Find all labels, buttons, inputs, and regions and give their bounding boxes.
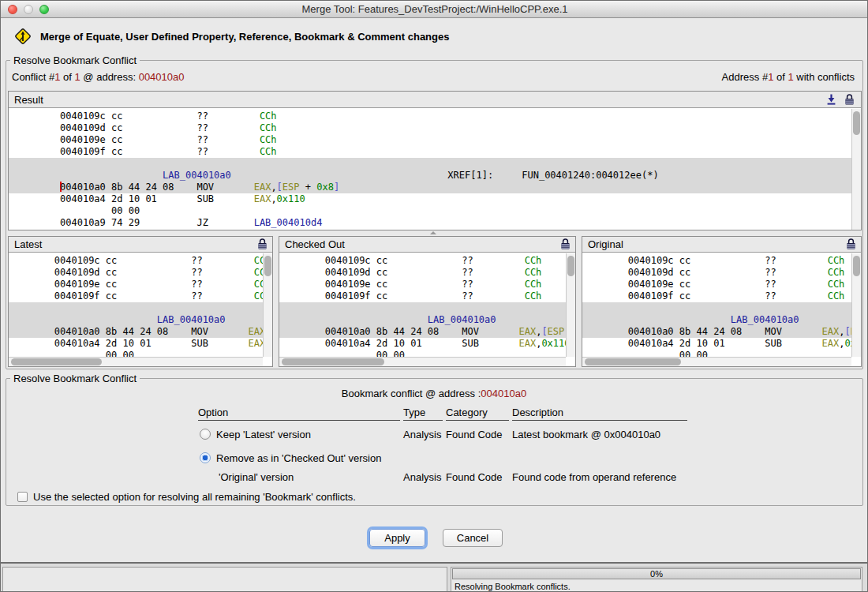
original-panel: Original 0040109c cc ?? CCh 0040109d cc …: [582, 236, 862, 367]
listing-line: 004010a0 8b 44 24 08 MOV EAX,[ESP + 0x8]: [9, 182, 851, 193]
listing-line: 004010a4 2d 10 01 SUB EAX,0x110: [582, 338, 851, 350]
result-vertical-scrollbar[interactable]: [851, 109, 861, 230]
status-right-panel: 0% Resolving Bookmark conflicts.: [451, 567, 862, 592]
lock-icon[interactable]: [256, 238, 268, 250]
lock-icon[interactable]: [844, 93, 855, 106]
column-header-option: Option: [198, 407, 400, 421]
listing-line: 00 00: [279, 350, 566, 357]
listing-line: [279, 302, 566, 314]
conflict-address: 004010a0: [139, 71, 185, 83]
option-label-original-version: 'Original' version: [219, 471, 294, 483]
checked-out-vertical-scrollbar[interactable]: [566, 253, 575, 357]
listing-line: 0040109f cc ?? CCh: [582, 290, 851, 302]
conflict-of: of: [60, 71, 74, 83]
checked-out-panel-title: Checked Out: [285, 238, 345, 250]
original-horizontal-scrollbar[interactable]: [582, 357, 851, 366]
listing-line: 0040109d cc ?? CCh: [279, 267, 566, 279]
original-panel-header: Original: [582, 237, 861, 253]
lock-icon[interactable]: [845, 238, 857, 250]
address-suffix: with conflicts: [794, 71, 855, 83]
listing-line: [9, 158, 851, 170]
listing-line: 0040109c cc ?? CCh: [9, 255, 263, 267]
listing-line: 004010ab 83 e8 01 SUB EAX,0x1: [9, 229, 851, 230]
bookmark-conflict-heading: Bookmark conflict @ address :004010a0: [1, 388, 867, 399]
checked-out-horizontal-scroll-thumb[interactable]: [282, 358, 384, 365]
address-of: of: [773, 71, 788, 83]
window-title: Merge Tool: Features_DevTestProject:/Win…: [1, 3, 868, 15]
listing-line: 00 00: [9, 205, 851, 217]
group-title-top: Resolve Bookmark Conflict: [10, 54, 140, 66]
row3-description: Found code from operand reference: [512, 471, 676, 483]
listing-line: 0040109e cc ?? CCh: [9, 134, 851, 146]
row3-category: Found Code: [446, 471, 503, 483]
listing-line: LAB_004010a0: [9, 314, 263, 326]
group-title-bottom: Resolve Bookmark Conflict: [10, 373, 140, 384]
row1-type: Analysis: [403, 429, 441, 440]
latest-listing[interactable]: 0040109c cc ?? CCh 0040109d cc ?? CCh 00…: [9, 253, 263, 357]
radio-keep-latest[interactable]: [200, 429, 211, 440]
result-vertical-scroll-thumb[interactable]: [853, 111, 860, 135]
checked-out-panel: Checked Out 0040109c cc ?? CCh 0040109d …: [279, 236, 576, 367]
listing-line: 0040109f cc ?? CCh: [9, 146, 851, 158]
listing-line: 00 00: [9, 350, 263, 357]
listing-line: 0040109d cc ?? CCh: [9, 267, 263, 279]
checked-out-listing[interactable]: 0040109c cc ?? CCh 0040109d cc ?? CCh 00…: [279, 253, 566, 357]
lock-icon[interactable]: [559, 238, 571, 250]
splitter-handle-icon[interactable]: [430, 231, 436, 234]
result-panel-header: Result: [9, 92, 861, 108]
listing-line: [582, 302, 851, 314]
listing-line: 004010a4 2d 10 01 SUB EAX,0x110: [9, 338, 263, 350]
use-for-all-checkbox[interactable]: [17, 492, 28, 502]
conflict-counter-prefix: Conflict #: [12, 71, 54, 83]
listing-line: 0040109c cc ?? CCh: [9, 111, 851, 122]
result-panel-title: Result: [14, 94, 43, 106]
latest-panel: Latest 0040109c cc ?? CCh 0040109d cc ??…: [8, 236, 273, 367]
latest-vertical-scroll-thumb[interactable]: [264, 256, 271, 276]
scroll-to-bottom-icon[interactable]: [825, 93, 837, 106]
column-header-type: Type: [403, 407, 443, 421]
listing-line: 0040109f cc ?? CCh: [9, 290, 263, 302]
listing-line: 004010a0 8b 44 24 08 MOV EAX,[ESP + 0x8]: [279, 326, 566, 338]
result-listing[interactable]: 0040109c cc ?? CCh 0040109d cc ?? CCh 00…: [9, 109, 851, 230]
option-label-remove-checked-out[interactable]: Remove as in 'Checked Out' version: [216, 452, 381, 464]
row1-description: Latest bookmark @ 0x004010a0: [512, 429, 660, 440]
listing-line: 0040109e cc ?? CCh: [279, 279, 566, 290]
listing-line: 0040109d cc ?? CCh: [582, 267, 851, 279]
original-vertical-scrollbar[interactable]: [851, 253, 861, 357]
option-label-keep-latest[interactable]: Keep 'Latest' version: [216, 429, 311, 440]
original-listing[interactable]: 0040109c cc ?? CCh 0040109d cc ?? CCh 00…: [582, 253, 851, 357]
radio-remove-checked-out[interactable]: [200, 452, 211, 463]
row1-category: Found Code: [446, 429, 503, 440]
listing-line: 0040109c cc ?? CCh: [279, 255, 566, 267]
conflict-counter: Conflict #1 of 1 @ address: 004010a0: [12, 71, 185, 83]
result-panel: Result 0040109c cc ?? CCh 0040109d cc ??…: [8, 91, 862, 230]
latest-horizontal-scroll-thumb[interactable]: [11, 358, 102, 365]
status-left-panel: [2, 567, 447, 592]
latest-horizontal-scrollbar[interactable]: [9, 357, 263, 366]
use-for-all-checkbox-label[interactable]: Use the selected option for resolving al…: [33, 491, 356, 503]
conflict-address-label: @ address:: [80, 71, 139, 83]
listing-line: 004010a0 8b 44 24 08 MOV EAX,[ESP + 0x8]: [582, 326, 851, 338]
latest-vertical-scrollbar[interactable]: [263, 253, 272, 357]
title-bar: Merge Tool: Features_DevTestProject:/Win…: [1, 1, 868, 18]
listing-line: 00 00: [582, 350, 851, 357]
listing-line: LAB_004010a0 XREF[1]: FUN_00401240:00401…: [9, 170, 851, 182]
column-header-category: Category: [446, 407, 509, 421]
merge-banner-text: Merge of Equate, User Defined Property, …: [40, 31, 449, 43]
original-panel-title: Original: [588, 238, 623, 250]
cancel-button[interactable]: Cancel: [443, 529, 503, 547]
checked-out-panel-header: Checked Out: [279, 237, 575, 253]
merge-sign-icon: [13, 27, 32, 46]
checked-out-horizontal-scrollbar[interactable]: [279, 357, 566, 366]
listing-line: 0040109e cc ?? CCh: [9, 279, 263, 290]
listing-line: 004010a9 74 29 JZ LAB_004010d4: [9, 217, 851, 229]
checked-out-vertical-scroll-thumb[interactable]: [567, 256, 574, 276]
listing-line: [9, 302, 263, 314]
bookmark-conflict-heading-address: 004010a0: [481, 388, 526, 399]
apply-button[interactable]: Apply: [369, 529, 425, 547]
original-horizontal-scroll-thumb[interactable]: [585, 358, 681, 365]
original-vertical-scroll-thumb[interactable]: [853, 256, 860, 276]
bookmark-conflict-heading-prefix: Bookmark conflict @ address :: [342, 388, 481, 399]
progress-bar: 0%: [452, 568, 861, 579]
latest-panel-title: Latest: [14, 238, 42, 250]
